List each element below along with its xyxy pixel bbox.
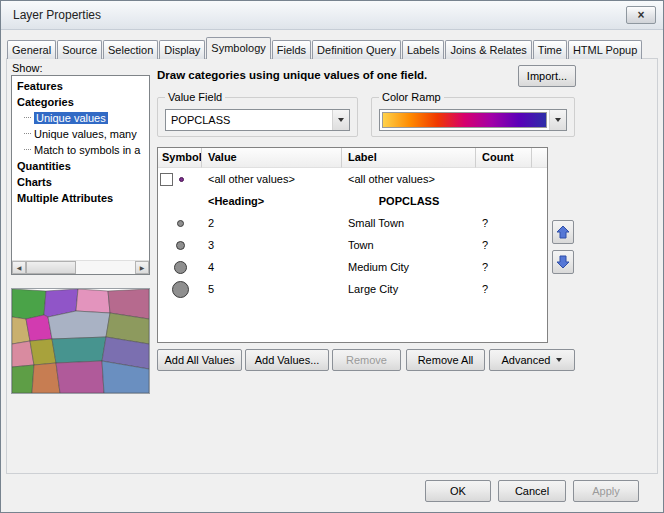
symbol-cell [158,256,202,278]
circle-symbol-icon[interactable] [176,241,185,250]
move-down-button[interactable] [552,250,574,274]
import-button[interactable]: Import... [518,65,576,87]
show-item-unique-values-many[interactable]: Unique values, many [12,126,149,142]
value-field-dropdown-button[interactable] [332,110,349,130]
symbol-cell [158,168,202,190]
column-header-label[interactable]: Label [342,148,476,168]
table-row[interactable]: 5Large City? [158,278,547,300]
tab-display[interactable]: Display [159,40,205,59]
show-item-label: Quantities [17,160,71,172]
tab-selection[interactable]: Selection [103,40,158,59]
show-item-label: Unique values [34,112,108,124]
value-field-combo[interactable]: POPCLASS [165,109,350,131]
value-field-group: Value Field POPCLASS [157,97,358,137]
table-body: <all other values><all other values><Hea… [158,168,547,300]
show-item-label: Match to symbols in a [34,144,140,156]
color-ramp-dropdown-button[interactable] [549,110,566,130]
up-arrow-icon [555,224,571,240]
show-list: FeaturesCategoriesUnique valuesUnique va… [11,75,150,275]
add-values-button[interactable]: Add Values... [245,349,329,371]
map-preview [11,288,150,394]
count-cell: ? [476,283,547,295]
show-item-label: Unique values, many [34,128,137,140]
show-list-items: FeaturesCategoriesUnique valuesUnique va… [12,76,149,260]
value-cell: <Heading> [202,195,342,207]
table-row[interactable]: <all other values><all other values> [158,168,547,190]
show-item-match-to-symbols-in-a[interactable]: Match to symbols in a [12,142,149,158]
show-item-label: Categories [17,96,74,108]
column-header-symbol[interactable]: Symbol [158,148,202,168]
circle-symbol-icon[interactable] [172,281,189,298]
window-title: Layer Properties [13,8,101,22]
color-ramp-combo[interactable] [379,109,567,131]
ok-button[interactable]: OK [425,480,491,502]
chevron-down-icon [555,118,561,122]
horizontal-scrollbar[interactable]: ◀ ▶ [12,260,149,274]
table-row[interactable]: 3Town? [158,234,547,256]
show-item-label: Multiple Attributes [17,192,113,204]
show-item-multiple-attributes[interactable]: Multiple Attributes [12,190,149,206]
table-row[interactable]: 2Small Town? [158,212,547,234]
add-all-values-button[interactable]: Add All Values [157,349,242,371]
show-item-categories[interactable]: Categories [12,94,149,110]
row-checkbox[interactable] [160,173,173,186]
show-item-label: Charts [17,176,52,188]
tab-time[interactable]: Time [533,40,567,59]
value-cell: 3 [202,239,342,251]
panel-description: Draw categories using unique values of o… [157,69,427,81]
symbol-cell [158,234,202,256]
value-cell: <all other values> [202,173,342,185]
chevron-down-icon [338,118,344,122]
tab-joins-relates[interactable]: Joins & Relates [445,40,531,59]
tab-fields[interactable]: Fields [272,40,311,59]
down-arrow-icon [555,254,571,270]
point-symbol-icon[interactable] [179,177,184,182]
color-ramp-swatch [382,112,547,128]
show-item-charts[interactable]: Charts [12,174,149,190]
color-ramp-group: Color Ramp [371,97,575,137]
tab-symbology[interactable]: Symbology [206,37,270,59]
tab-general[interactable]: General [7,40,56,59]
show-item-features[interactable]: Features [12,78,149,94]
show-item-unique-values[interactable]: Unique values [12,110,149,126]
circle-symbol-icon[interactable] [177,220,184,227]
column-header-value[interactable]: Value [202,148,342,168]
dropdown-arrow-icon [556,358,562,362]
layer-properties-dialog: Layer Properties × GeneralSourceSelectio… [0,0,664,513]
remove-all-button[interactable]: Remove All [406,349,485,371]
move-up-button[interactable] [552,220,574,244]
scroll-track[interactable] [26,261,135,274]
tab-html-popup[interactable]: HTML Popup [568,40,642,59]
circle-symbol-icon[interactable] [174,261,187,274]
scroll-left-icon[interactable]: ◀ [12,261,26,274]
tab-labels[interactable]: Labels [402,40,444,59]
title-bar[interactable]: Layer Properties × [1,1,663,30]
label-cell: Large City [342,283,476,295]
value-cell: 4 [202,261,342,273]
advanced-label: Advanced [502,354,551,366]
scroll-thumb[interactable] [26,261,76,274]
tab-source[interactable]: Source [57,40,102,59]
cancel-button[interactable]: Cancel [498,480,566,502]
value-field-label: Value Field [165,91,225,103]
close-button[interactable]: × [626,6,656,24]
label-cell: Small Town [342,217,476,229]
map-preview-image [12,289,149,393]
values-table: SymbolValueLabelCount <all other values>… [157,147,548,343]
remove-button: Remove [332,349,401,371]
label-cell: POPCLASS [342,195,476,207]
scroll-right-icon[interactable]: ▶ [135,261,149,274]
value-cell: 2 [202,217,342,229]
tab-definition-query[interactable]: Definition Query [312,40,401,59]
table-header: SymbolValueLabelCount [158,148,547,168]
show-item-quantities[interactable]: Quantities [12,158,149,174]
table-row[interactable]: 4Medium City? [158,256,547,278]
advanced-button[interactable]: Advanced [489,349,575,371]
label-cell: <all other values> [342,173,476,185]
column-header-count[interactable]: Count [476,148,532,168]
symbol-cell [158,278,202,300]
symbol-cell [158,190,202,212]
apply-button: Apply [573,480,639,502]
show-label: Show: [12,62,43,74]
table-row[interactable]: <Heading>POPCLASS [158,190,547,212]
